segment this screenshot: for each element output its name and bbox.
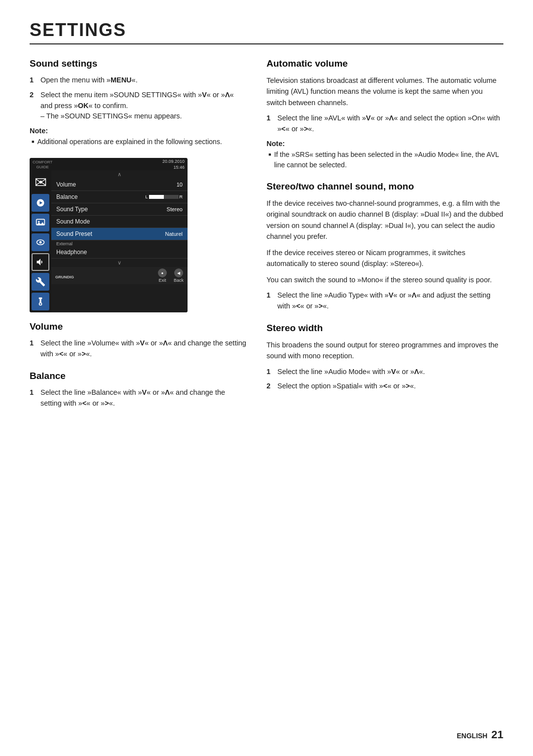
tv-menu-value-sound-preset: Naturel	[165, 231, 183, 237]
step-number: 2	[30, 90, 37, 122]
tv-menu-row-sound-type: Sound Type Stereo	[51, 203, 188, 216]
note-title: Note:	[30, 127, 247, 135]
tv-menu: ∧ Volume 10 Balance L R	[51, 170, 188, 312]
stereo-mono-body3: You can switch the sound to »Mono« if th…	[266, 274, 503, 285]
svg-point-3	[38, 221, 39, 223]
comfort-guide-label: COMFORTGUIDE	[33, 159, 52, 169]
note-item: Additional operations are explained in t…	[30, 137, 247, 147]
tv-balance-track	[149, 195, 179, 199]
step-item: 1 Select the line »Balance« with »V« or …	[30, 387, 247, 409]
step-item: 1 Open the menu with »MENU«.	[30, 75, 247, 86]
step-number: 1	[266, 367, 273, 378]
step-number: 1	[30, 75, 37, 86]
stereo-width-section: Stereo width This broadens the sound out…	[266, 323, 503, 392]
stereo-width-body1: This broadens the sound output for stere…	[266, 340, 503, 362]
step-item: 2 Select the menu item »SOUND SETTINGS« …	[30, 90, 247, 122]
step-number: 1	[266, 113, 273, 135]
automatic-volume-heading: Automatic volume	[266, 58, 503, 69]
tv-menu-value-volume: 10	[177, 182, 183, 188]
tv-menu-row-headphone: Headphone	[51, 246, 188, 259]
balance-heading: Balance	[30, 371, 247, 381]
volume-heading: Volume	[30, 321, 247, 332]
step-text: Select the line »Audio Type« with »V« or…	[277, 290, 503, 312]
note-title: Note:	[266, 140, 503, 148]
svg-marker-4	[37, 223, 45, 226]
tv-body: ✉	[30, 170, 188, 312]
tv-sidebar-icon-usb	[32, 293, 49, 310]
tv-sidebar-icon-photo	[32, 214, 49, 231]
footer-page-num: 21	[492, 728, 503, 741]
tv-menu-row-sound-preset: Sound Preset Naturel	[51, 228, 188, 240]
step-number: 1	[266, 290, 273, 312]
page-title: SETTINGS	[30, 20, 503, 44]
volume-section: Volume 1 Select the line »Volume« with »…	[30, 321, 247, 360]
step-item: 1 Select the line »Audio Type« with »V« …	[266, 290, 503, 312]
footer-lang: ENGLISH	[457, 732, 488, 740]
tv-menu-row-volume: Volume 10	[51, 179, 188, 191]
sound-settings-heading: Sound settings	[30, 58, 247, 69]
tv-chevron-down: ∨	[51, 259, 188, 267]
tv-sidebar-icon-play	[32, 194, 49, 212]
volume-steps: 1 Select the line »Volume« with »V« or »…	[30, 338, 247, 360]
stereo-mono-heading: Stereo/two channel sound, mono	[266, 181, 503, 192]
tv-balance-bar: L R	[145, 194, 183, 199]
tv-headphone-icon: ✉	[32, 171, 49, 193]
grundig-logo: GRUNDIG	[55, 271, 74, 280]
tv-chevron-up: ∧	[51, 170, 188, 179]
tv-btn-back: ◀ Back	[174, 268, 184, 283]
step-text: Select the menu item »SOUND SETTINGS« wi…	[40, 90, 247, 122]
automatic-volume-body1: Television stations broadcast at differe…	[266, 75, 503, 108]
tv-sidebar-icon-eye	[32, 233, 49, 251]
stereo-mono-body1: If the device receives two-channel-sound…	[266, 198, 503, 242]
tv-sidebar-icon-tools	[32, 273, 49, 291]
step-item: 1 Select the line »Audio Mode« with »V« …	[266, 367, 503, 378]
tv-external-label: External	[51, 240, 188, 246]
tv-time: 20.09.2010 15:46	[162, 159, 185, 170]
stereo-mono-section: Stereo/two channel sound, mono If the de…	[266, 181, 503, 312]
tv-menu-label: Sound Preset	[56, 230, 92, 237]
tv-menu-label: Headphone	[56, 249, 87, 256]
tv-sidebar-icon-sound-active	[32, 253, 49, 271]
stereo-width-heading: Stereo width	[266, 323, 503, 334]
balance-section: Balance 1 Select the line »Balance« with…	[30, 371, 247, 409]
note-item: If the »SRS« setting has been selected i…	[266, 150, 503, 170]
step-item: 1 Select the line »Volume« with »V« or »…	[30, 338, 247, 360]
svg-rect-7	[39, 298, 42, 299]
stereo-mono-body2: If the device receives stereo or Nicam p…	[266, 247, 503, 269]
page-footer: ENGLISH 21	[457, 728, 504, 741]
step-item: 1 Select the line »AVL« with »V« or »Λ« …	[266, 113, 503, 135]
tv-menu-row-sound-mode: Sound Mode	[51, 216, 188, 228]
svg-point-6	[39, 241, 42, 244]
sound-settings-steps: 1 Open the menu with »MENU«. 2 Select th…	[30, 75, 247, 122]
step-number: 1	[30, 338, 37, 360]
step-text: Select the line »Audio Mode« with »V« or…	[277, 367, 503, 378]
tv-menu-label: Volume	[56, 181, 76, 188]
step-text: Select the option »Spatial« with »<« or …	[277, 381, 503, 392]
svg-point-9	[39, 303, 42, 305]
automatic-volume-steps: 1 Select the line »AVL« with »V« or »Λ« …	[266, 113, 503, 135]
tv-btn-exit: ● Exit	[158, 268, 167, 283]
step-text: Select the line »Volume« with »V« or »Λ«…	[40, 338, 247, 360]
tv-menu-label: Sound Mode	[56, 218, 90, 225]
step-text: Select the line »Balance« with »V« or »Λ…	[40, 387, 247, 409]
tv-sidebar: ✉	[30, 170, 51, 312]
step-text: Select the line »AVL« with »V« or »Λ« an…	[277, 113, 503, 135]
balance-steps: 1 Select the line »Balance« with »V« or …	[30, 387, 247, 409]
automatic-volume-section: Automatic volume Television stations bro…	[266, 58, 503, 170]
note-block: Note: Additional operations are explaine…	[30, 127, 247, 147]
step-number: 2	[266, 381, 273, 392]
stereo-mono-steps: 1 Select the line »Audio Type« with »V« …	[266, 290, 503, 312]
tv-menu-label: Balance	[56, 193, 77, 200]
sound-settings-section: Sound settings 1 Open the menu with »MEN…	[30, 58, 247, 147]
step-item: 2 Select the option »Spatial« with »<« o…	[266, 381, 503, 392]
tv-menu-row-balance: Balance L R	[51, 191, 188, 203]
tv-screen-wrap: COMFORTGUIDE 20.09.2010 15:46 ✉	[30, 158, 247, 312]
stereo-width-steps: 1 Select the line »Audio Mode« with »V« …	[266, 367, 503, 392]
tv-screen: COMFORTGUIDE 20.09.2010 15:46 ✉	[30, 158, 188, 312]
step-text: Open the menu with »MENU«.	[40, 75, 247, 86]
tv-menu-value-sound-type: Stereo	[167, 206, 183, 212]
note-block-avl: Note: If the »SRS« setting has been sele…	[266, 140, 503, 170]
step-number: 1	[30, 387, 37, 409]
tv-menu-label: Sound Type	[56, 206, 88, 213]
